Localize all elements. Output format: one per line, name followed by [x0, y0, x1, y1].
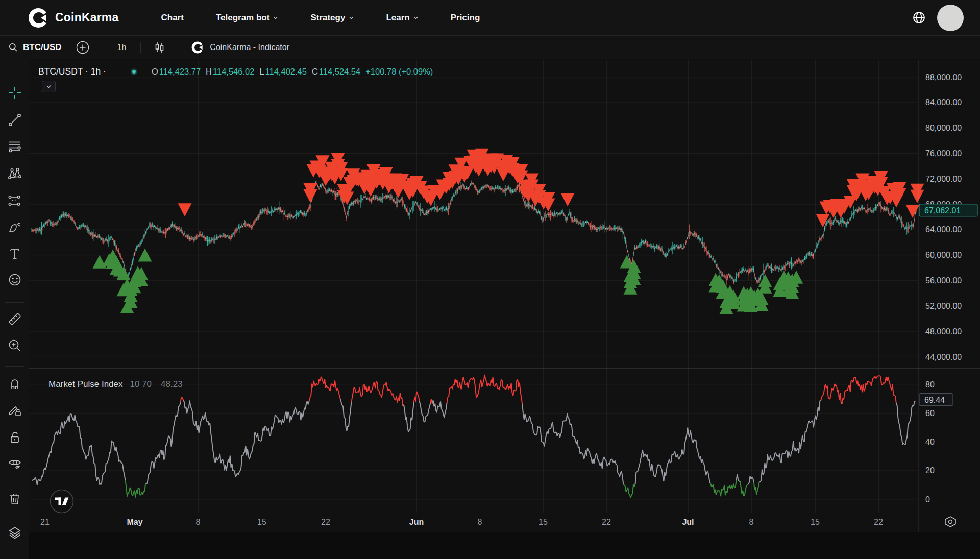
legend-o-value: 114,423.77 — [159, 67, 201, 77]
nav-item-learn[interactable]: Learn — [386, 13, 418, 23]
interval-button[interactable]: 1h — [117, 43, 127, 52]
oscillator-title[interactable]: Market Pulse Index — [48, 379, 123, 390]
projection-icon — [7, 193, 22, 208]
emoji-icon — [7, 272, 22, 287]
chevron-down-icon — [349, 15, 354, 20]
tool-ruler-button[interactable] — [7, 311, 23, 327]
tool-crosshair-button[interactable] — [7, 85, 23, 101]
plus-circle-icon — [76, 41, 89, 54]
brand[interactable]: CoinKarma — [28, 8, 119, 28]
oscillator-value: 48.23 — [161, 379, 183, 390]
price-tick-label: 60,000.00 — [925, 251, 962, 259]
nav-item-pricing[interactable]: Pricing — [451, 13, 480, 23]
price-tick-label: 88,000.00 — [925, 73, 962, 82]
tool-brush-button[interactable] — [7, 219, 23, 235]
nav-right — [912, 5, 964, 31]
legend-change: +100.78 (+0.09%) — [365, 67, 433, 77]
tool-text-button[interactable] — [7, 246, 23, 262]
time-tick-label: May — [127, 518, 142, 526]
brush-icon — [7, 220, 22, 235]
price-axis[interactable]: 88,000.0084,000.0080,000.0076,000.0072,0… — [925, 73, 962, 504]
legend-symbol[interactable]: BTC/USDT · 1h · — [38, 66, 106, 77]
timezone-settings-button[interactable] — [945, 517, 955, 527]
last-price-tag: 67,062.01 — [919, 204, 977, 216]
globe-icon[interactable] — [912, 11, 926, 25]
legend-c-value: 114,524.54 — [319, 67, 360, 77]
avatar[interactable] — [937, 5, 964, 31]
osc-tick-label: 60 — [925, 409, 935, 418]
price-tick-label: 44,000.00 — [925, 353, 962, 361]
drawing-pencil-lock-icon — [7, 402, 22, 418]
tool-fib-retracement-button[interactable] — [7, 138, 23, 155]
svg-text:69.44: 69.44 — [924, 396, 945, 404]
chart-style-button[interactable] — [153, 41, 165, 54]
tool-zoom-in-button[interactable] — [7, 337, 23, 354]
nav-item-telegram-bot[interactable]: Telegram bot — [216, 13, 278, 23]
indicator-name: CoinKarma - Indicator — [210, 43, 289, 52]
price-tick-label: 84,000.00 — [925, 98, 962, 107]
chevron-down-icon — [273, 15, 278, 20]
drawing-toolbar — [0, 59, 29, 559]
nav-item-label: Chart — [161, 13, 184, 23]
tool-emoji-button[interactable] — [7, 272, 23, 288]
oscillator-series — [32, 375, 916, 498]
legend-l-value: 114,402.45 — [265, 67, 307, 77]
magnet-icon — [7, 376, 22, 392]
coinkarma-mini-logo-icon — [191, 41, 204, 54]
legend-o-label: O — [152, 67, 158, 77]
toolbar-divider — [5, 302, 24, 303]
nav-item-label: Strategy — [310, 13, 345, 23]
nav-item-chart[interactable]: Chart — [161, 13, 184, 23]
remove-drawings-icon — [7, 491, 22, 506]
time-tick-label: Jun — [409, 518, 424, 526]
time-tick-label: 22 — [602, 518, 611, 526]
toolbar-divider — [5, 366, 24, 367]
symbol-toolbar: BTC/USD 1h CoinKarma - Indicator — [0, 36, 980, 59]
tool-trend-line-button[interactable] — [7, 112, 23, 128]
lock-icon — [7, 430, 22, 445]
crosshair-icon — [7, 85, 22, 101]
top-navbar: CoinKarma ChartTelegram botStrategyLearn… — [0, 0, 980, 36]
legend-h-value: 114,546.02 — [213, 67, 254, 77]
svg-text:67,062.01: 67,062.01 — [924, 206, 961, 215]
legend-expand-button[interactable] — [42, 81, 56, 92]
price-tick-label: 48,000.00 — [925, 327, 962, 336]
brand-title: CoinKarma — [55, 11, 119, 25]
chevron-down-icon — [413, 15, 419, 20]
hide-drawings-icon — [7, 456, 22, 471]
tool-object-tree-button[interactable] — [7, 524, 23, 541]
time-tick-label: Jul — [682, 518, 694, 526]
price-tick-label: 76,000.00 — [925, 149, 962, 158]
fib-retracement-icon — [7, 139, 22, 154]
xabcd-pattern-icon — [7, 166, 22, 181]
tradingview-logo[interactable] — [51, 490, 74, 513]
chart-area[interactable]: 88,000.0084,000.0080,000.0076,000.0072,0… — [29, 60, 980, 559]
candles-icon — [153, 41, 165, 54]
data-status-icon[interactable] — [131, 68, 137, 75]
oscillator-value-tag: 69.44 — [919, 394, 953, 406]
nav-item-label: Pricing — [451, 13, 480, 23]
tool-projection-button[interactable] — [7, 192, 23, 209]
tool-magnet-button[interactable] — [7, 376, 23, 392]
price-legend: BTC/USDT · 1h · O114,423.77H114,546.02L1… — [38, 66, 433, 77]
tool-xabcd-pattern-button[interactable] — [7, 165, 23, 182]
tool-lock-button[interactable] — [7, 429, 23, 446]
osc-tick-label: 0 — [925, 495, 930, 504]
legend-l-label: L — [259, 67, 264, 77]
main-nav: ChartTelegram botStrategyLearnPricing — [161, 13, 512, 23]
compare-add-button[interactable] — [76, 41, 89, 54]
buy-markers — [93, 249, 803, 314]
tool-hide-drawings-button[interactable] — [7, 455, 23, 472]
tool-drawing-pencil-lock-button[interactable] — [7, 402, 23, 418]
time-axis[interactable]: 21May81522Jun81522Jul81522 — [40, 518, 883, 526]
price-tick-label: 56,000.00 — [925, 276, 962, 285]
tool-remove-drawings-button[interactable] — [7, 491, 23, 507]
symbol-search[interactable]: BTC/USD — [8, 42, 62, 53]
time-tick-label: 8 — [478, 518, 482, 526]
text-icon — [7, 246, 22, 261]
nav-item-label: Telegram bot — [216, 13, 270, 23]
osc-tick-label: 20 — [925, 466, 935, 475]
price-tick-label: 80,000.00 — [925, 124, 962, 132]
indicator-chip[interactable]: CoinKarma - Indicator — [191, 41, 289, 54]
nav-item-strategy[interactable]: Strategy — [310, 13, 354, 23]
